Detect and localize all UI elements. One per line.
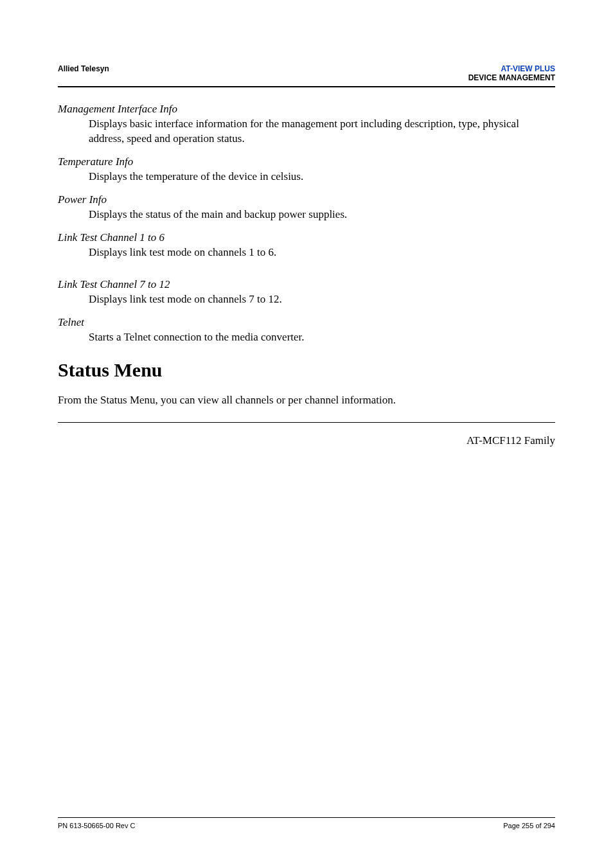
section-body-telnet: Starts a Telnet connection to the media … [89,330,555,345]
horizontal-rule [58,422,555,423]
section-body-temperature: Displays the temperature of the device i… [89,170,555,184]
footer-left: PN 613-50665-00 Rev C [58,822,135,829]
header-section: DEVICE MANAGEMENT [468,73,555,82]
heading-status-menu: Status Menu [58,359,555,381]
status-menu-intro: From the Status Menu, you can view all c… [58,394,555,407]
family-label: AT-MCF112 Family [58,434,555,447]
section-title-temperature: Temperature Info [58,155,555,168]
header-right: AT-VIEW PLUS DEVICE MANAGEMENT [468,64,555,82]
page-header: Allied Telesyn AT-VIEW PLUS DEVICE MANAG… [58,64,555,87]
section-body-link-test-7-12: Displays link test mode on channels 7 to… [89,292,555,307]
section-title-link-test-1-6: Link Test Channel 1 to 6 [58,231,555,244]
footer-right: Page 255 of 294 [503,822,555,829]
section-body-link-test-1-6: Displays link test mode on channels 1 to… [89,245,555,260]
section-title-telnet: Telnet [58,316,555,329]
page-footer: PN 613-50665-00 Rev C Page 255 of 294 [58,817,555,829]
header-product: AT-VIEW PLUS [501,64,555,73]
section-body-mgmt-interface: Displays basic interface information for… [89,117,555,146]
section-title-power: Power Info [58,193,555,206]
header-left: Allied Telesyn [58,64,109,82]
section-title-mgmt-interface: Management Interface Info [58,103,555,116]
section-body-power: Displays the status of the main and back… [89,208,555,222]
section-title-link-test-7-12: Link Test Channel 7 to 12 [58,278,555,291]
